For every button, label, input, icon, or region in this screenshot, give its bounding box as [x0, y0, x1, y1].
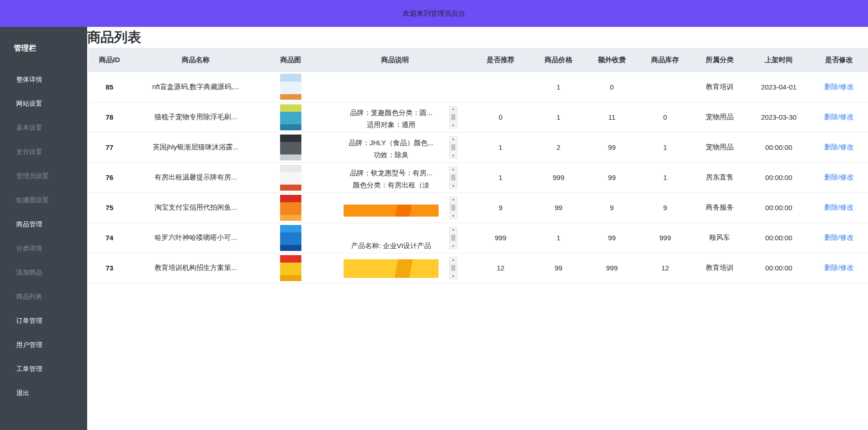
product-time: 2023-04-01 — [747, 72, 810, 102]
product-image-cell — [261, 162, 321, 193]
product-name: 猫梳子宠物专用除浮毛刷... — [131, 102, 261, 132]
sidebar-item-5[interactable]: 管理员设置 — [0, 164, 87, 188]
product-id: 85 — [88, 72, 131, 102]
scroll-down-icon[interactable]: ▼ — [452, 214, 455, 218]
description-textarea[interactable]: ▲▼ — [333, 197, 457, 219]
product-action-cell: 删除/修改 — [810, 102, 868, 132]
scroll-down-icon[interactable]: ▼ — [452, 154, 455, 158]
sidebar-item-12[interactable]: 用户管理 — [0, 333, 87, 357]
product-stock: 0 — [638, 102, 692, 132]
textarea-scrollbar[interactable]: ▲▼ — [449, 136, 457, 159]
sidebar-item-10[interactable]: 商品列表 — [0, 284, 87, 308]
scroll-up-icon[interactable]: ▲ — [452, 228, 455, 231]
column-header: 是否修改 — [810, 48, 868, 72]
scrollbar-thumb[interactable] — [451, 235, 455, 241]
product-image-cell — [261, 253, 321, 283]
column-header: 商品图 — [261, 48, 321, 72]
scrollbar-thumb[interactable] — [451, 114, 455, 120]
description-textarea[interactable]: 品牌：笼趣颜色分类：圆...适用对象：通用▲▼ — [333, 106, 457, 128]
sidebar-item-13[interactable]: 工单管理 — [0, 357, 87, 381]
product-extra-fee: 99 — [585, 162, 638, 193]
description-line: 产品名称: 企业VI设计产品 — [351, 240, 431, 249]
column-header: 所属分类 — [692, 48, 747, 72]
sidebar-item-6[interactable]: 轮播图设置 — [0, 188, 87, 212]
thumb-top-area — [280, 74, 301, 82]
product-id: 77 — [88, 132, 131, 162]
scroll-up-icon[interactable]: ▲ — [452, 107, 455, 111]
description-textarea[interactable]: 产品名称: 企业VI设计产品▲▼ — [333, 227, 457, 249]
product-description-cell: 品牌：JHLY（食品）颜色...功效：除臭▲▼ — [321, 132, 469, 162]
delete-edit-link[interactable]: 删除/修改 — [824, 113, 854, 121]
product-time: 00:00:00 — [747, 193, 810, 223]
delete-edit-link[interactable]: 删除/修改 — [824, 233, 854, 241]
product-category: 教育培训 — [692, 72, 747, 102]
sidebar-item-11[interactable]: 订单管理 — [0, 308, 87, 333]
scroll-down-icon[interactable]: ▼ — [452, 244, 455, 248]
description-textarea[interactable]: ▲▼ — [333, 257, 457, 279]
product-id: 75 — [88, 193, 131, 223]
sidebar-item-9[interactable]: 添加商品 — [0, 260, 87, 284]
delete-edit-link[interactable]: 删除/修改 — [824, 173, 854, 181]
scroll-up-icon[interactable]: ▲ — [452, 167, 455, 171]
thumb-top-area — [280, 135, 301, 142]
column-header: 商品名称 — [131, 48, 261, 72]
scrollbar-thumb[interactable] — [451, 174, 455, 180]
textarea-scrollbar[interactable]: ▲▼ — [449, 167, 457, 189]
column-header: 是否推荐 — [469, 48, 532, 72]
education-poster-photo — [280, 255, 301, 281]
scrollbar-thumb[interactable] — [451, 144, 455, 150]
description-text: 品牌：JHLY（食品）颜色...功效：除臭 — [333, 137, 449, 158]
textarea-scrollbar[interactable]: ▲▼ — [449, 106, 457, 128]
table-row: 78猫梳子宠物专用除浮毛刷...品牌：笼趣颜色分类：圆...适用对象：通用▲▼0… — [88, 102, 868, 132]
description-textarea[interactable]: 品牌：JHLY（食品）颜色...功效：除臭▲▼ — [333, 136, 457, 159]
product-name: nft盲盒源码,数字典藏源码,... — [131, 72, 261, 102]
delete-edit-link[interactable]: 删除/修改 — [824, 83, 854, 90]
thumb-top-area — [280, 104, 301, 112]
table-row: 77英国jhly银渐层猫咪沐浴露...品牌：JHLY（食品）颜色...功效：除臭… — [88, 132, 868, 162]
product-time: 00:00:00 — [747, 253, 810, 283]
scroll-up-icon[interactable]: ▲ — [452, 258, 455, 262]
sidebar-item-1[interactable]: 整体详情 — [0, 67, 87, 91]
product-id: 76 — [88, 162, 131, 193]
product-price: 999 — [532, 162, 585, 193]
product-price: 1 — [532, 102, 585, 132]
product-image-cell — [261, 193, 321, 223]
delete-edit-link[interactable]: 删除/修改 — [824, 143, 854, 151]
sidebar-item-3[interactable]: 基本设置 — [0, 116, 87, 140]
scroll-down-icon[interactable]: ▼ — [452, 184, 455, 188]
sidebar-item-2[interactable]: 网站设置 — [0, 91, 87, 116]
scrollbar-thumb[interactable] — [451, 205, 455, 211]
product-recommend — [469, 72, 532, 102]
sidebar-item-8[interactable]: 分类详情 — [0, 236, 87, 260]
textarea-scrollbar[interactable]: ▲▼ — [449, 227, 457, 249]
product-description-cell: 产品名称: 企业VI设计产品▲▼ — [321, 223, 469, 253]
product-description-cell: 品牌：笼趣颜色分类：圆...适用对象：通用▲▼ — [321, 102, 469, 132]
textarea-scrollbar[interactable]: ▲▼ — [449, 197, 457, 219]
table-header-row: 商品ID商品名称商品图商品说明是否推荐商品价格额外收费商品库存所属分类上架时间是… — [88, 48, 868, 72]
scroll-up-icon[interactable]: ▲ — [452, 137, 455, 141]
product-action-cell: 删除/修改 — [810, 132, 868, 162]
product-category: 房东直售 — [692, 162, 747, 193]
scrollbar-thumb[interactable] — [451, 265, 455, 271]
textarea-scrollbar[interactable]: ▲▼ — [449, 257, 457, 279]
table-row: 75淘宝支付宝信用代拍闲鱼...▲▼99999商务服务00:00:00删除/修改 — [88, 193, 868, 223]
product-action-cell: 删除/修改 — [810, 223, 868, 253]
sidebar-item-4[interactable]: 支付设置 — [0, 140, 87, 164]
product-description-cell: 品牌：钦龙惠型号：有房...颜色分类：有房出租（淡▲▼ — [321, 162, 469, 193]
product-image-cell — [261, 102, 321, 132]
product-image-cell — [261, 132, 321, 162]
thumb-bottom-area — [280, 154, 301, 160]
scroll-down-icon[interactable]: ▼ — [452, 275, 455, 278]
product-action-cell: 删除/修改 — [810, 72, 868, 102]
thumb-bottom-area — [280, 245, 301, 250]
sidebar-item-14[interactable]: 退出 — [0, 381, 87, 405]
description-textarea[interactable]: 品牌：钦龙惠型号：有房...颜色分类：有房出租（淡▲▼ — [333, 167, 457, 189]
scroll-up-icon[interactable]: ▲ — [452, 198, 455, 201]
delete-edit-link[interactable]: 删除/修改 — [824, 203, 854, 211]
product-recommend: 1 — [469, 162, 532, 193]
scroll-down-icon[interactable]: ▼ — [452, 124, 455, 128]
product-description-cell — [321, 72, 469, 102]
sidebar-item-7[interactable]: 商品管理 — [0, 212, 87, 236]
delete-edit-link[interactable]: 删除/修改 — [824, 263, 854, 271]
product-time: 00:00:00 — [747, 132, 810, 162]
